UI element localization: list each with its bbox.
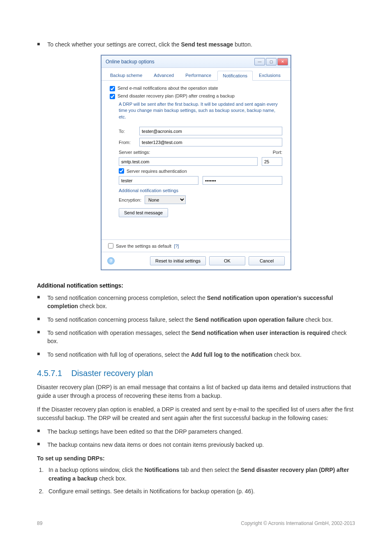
page-number: 89 xyxy=(37,520,42,526)
tab-exclusions[interactable]: Exclusions xyxy=(254,70,286,80)
bullet-icon: ■ xyxy=(37,41,40,48)
intro-text: To check whether your settings are corre… xyxy=(47,41,252,48)
dialog-titlebar: Online backup options — ▢ ✕ xyxy=(101,56,291,68)
steps-list: In a backup options window, click the No… xyxy=(37,466,355,496)
chk1-label: Send e-mail notifications about the oper… xyxy=(118,86,218,91)
additional-settings-header: Additional notification settings xyxy=(119,188,282,193)
to-label: To: xyxy=(119,129,135,134)
server-settings-label: Server settings: xyxy=(119,150,150,155)
dialog-title: Online backup options xyxy=(106,59,154,65)
bullet-icon: ■ xyxy=(37,316,40,324)
from-input[interactable] xyxy=(139,138,282,146)
to-input[interactable] xyxy=(139,127,282,135)
send-notifications-checkbox[interactable] xyxy=(110,86,115,91)
bullet-icon: ■ xyxy=(37,294,40,311)
send-test-message-button[interactable]: Send test message xyxy=(119,208,168,217)
tab-performance[interactable]: Performance xyxy=(180,70,217,80)
bullet-icon: ■ xyxy=(37,329,40,346)
maximize-button[interactable]: ▢ xyxy=(266,58,277,65)
smtp-input[interactable] xyxy=(119,157,258,166)
minimize-button[interactable]: — xyxy=(254,58,265,65)
tab-backup-scheme[interactable]: Backup scheme xyxy=(105,70,148,80)
ok-button[interactable]: OK xyxy=(209,256,245,265)
tab-row: Backup scheme Advanced Performance Notif… xyxy=(101,68,291,81)
bullet-icon: ■ xyxy=(37,427,40,436)
section-heading: 4.5.7.1 Disaster recovery plan xyxy=(37,369,355,378)
port-input[interactable] xyxy=(262,157,282,166)
port-label: Port: xyxy=(273,150,282,155)
auth-checkbox[interactable] xyxy=(119,168,124,174)
drp-note: A DRP will be sent after the first backu… xyxy=(119,101,282,120)
online-backup-options-dialog: Online backup options — ▢ ✕ Backup schem… xyxy=(101,55,291,270)
cases-list: ■The backup settings have been edited so… xyxy=(37,427,355,449)
cancel-button[interactable]: Cancel xyxy=(249,256,285,265)
send-drp-checkbox[interactable] xyxy=(110,94,115,99)
chk2-label: Send disaster recovery plan (DRP) after … xyxy=(118,93,235,98)
tab-advanced[interactable]: Advanced xyxy=(148,70,179,80)
auth-label: Server requires authentication xyxy=(127,169,187,174)
save-default-checkbox[interactable] xyxy=(108,243,113,248)
save-default-label: Save the settings as default xyxy=(116,244,171,248)
save-default-hint[interactable]: [?] xyxy=(174,244,179,248)
tab-notifications[interactable]: Notifications xyxy=(217,71,253,81)
additional-notif-heading: Additional notification settings: xyxy=(37,282,355,289)
close-button[interactable]: ✕ xyxy=(277,58,288,65)
setup-heading: To set up sending DRPs: xyxy=(37,455,355,462)
bullet-icon: ■ xyxy=(37,441,40,449)
additional-bullets: ■To send notification concerning process… xyxy=(37,294,355,359)
password-input[interactable] xyxy=(203,176,282,185)
bullet-icon: ■ xyxy=(37,351,40,359)
encryption-label: Encryption: xyxy=(119,197,141,202)
paragraph-2: If the Disaster recovery plan option is … xyxy=(37,405,355,423)
encryption-select[interactable]: None xyxy=(145,195,186,204)
help-icon[interactable]: ? xyxy=(107,257,115,265)
from-label: From: xyxy=(119,140,135,145)
paragraph-1: Disaster recovery plan (DRP) is an email… xyxy=(37,383,355,400)
reset-button[interactable]: Reset to initial settings xyxy=(150,256,206,265)
username-input[interactable] xyxy=(119,176,198,185)
copyright: Copyright © Acronis International GmbH, … xyxy=(241,520,355,526)
